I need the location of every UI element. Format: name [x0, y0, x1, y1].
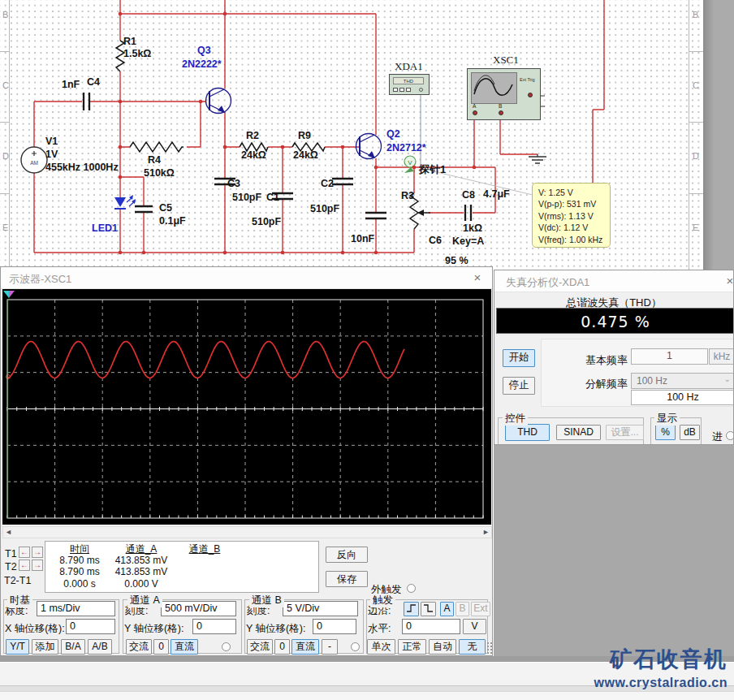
sinad-mode-button[interactable]: SINAD — [556, 425, 601, 440]
timebase-offset-input[interactable]: 0 — [66, 619, 115, 634]
label-probe[interactable]: 探针1 — [419, 162, 446, 177]
t1-right-button[interactable]: → — [32, 547, 43, 558]
t2-right-button[interactable]: → — [32, 560, 43, 571]
cursor2-marker-icon[interactable] — [9, 291, 15, 298]
dt-time: 0.000 s — [52, 578, 107, 590]
label-c1: C1 — [266, 192, 279, 203]
reverse-button[interactable]: 反向 — [326, 547, 368, 563]
led1-symbol[interactable] — [114, 195, 136, 209]
scroll-left-icon[interactable]: ◄ — [5, 528, 12, 536]
trigger-level-label: 水平: — [368, 622, 391, 636]
t1-left-button[interactable]: ← — [19, 547, 30, 558]
oscilloscope-titlebar[interactable]: 示波器-XSC1 × — [1, 267, 492, 289]
falling-edge-button[interactable] — [421, 602, 436, 616]
resistor-r4[interactable] — [130, 142, 184, 152]
channel-b-radio[interactable] — [351, 642, 360, 651]
channel-b-offset-input[interactable]: 0 — [313, 619, 356, 634]
key-r3: Key=A — [452, 235, 484, 247]
value-r4: 510kΩ — [144, 167, 175, 179]
start-button[interactable]: 开始 — [503, 349, 535, 367]
transistor-q2[interactable] — [356, 134, 382, 159]
channel-b-zero-button[interactable]: 0 — [274, 639, 290, 655]
cursor-t2-label: T2 — [5, 561, 17, 573]
trigger-source-a-button[interactable]: A — [440, 602, 454, 616]
analyzer-titlebar[interactable]: 失真分析仪-XDA1 × — [494, 270, 733, 292]
label-r4: R4 — [148, 154, 161, 166]
timebase-scale-input[interactable]: 1 ms/Div — [37, 601, 115, 616]
freq-v1: 455kHz 1000Hz — [45, 162, 119, 173]
value-c6: 10nF — [351, 233, 374, 244]
channel-b-scale-input[interactable]: 5 V/Div — [283, 601, 358, 616]
xsc1-channel-a-label: A — [473, 103, 476, 109]
value-c5: 0.1μF — [159, 215, 186, 227]
xda1-port — [399, 88, 404, 92]
resolution-value: 100 Hz — [637, 375, 667, 387]
model-q3: 2N2222* — [182, 58, 222, 70]
db-button[interactable]: dB — [680, 425, 700, 440]
scroll-right-icon[interactable]: ► — [482, 528, 490, 536]
ext-trigger-radio[interactable] — [407, 584, 416, 593]
capacitor-c6[interactable] — [365, 213, 386, 218]
channel-a-scale-input[interactable]: 500 mV/Div — [161, 601, 236, 616]
channel-a-dc-button[interactable]: 直流 — [171, 639, 198, 655]
trigger-single-button[interactable]: 单次 — [367, 639, 395, 655]
xsc1-channel-b-label: B — [499, 103, 502, 109]
multisim-workspace: B C D E B C D E — [0, 0, 734, 700]
oscilloscope-screen[interactable] — [2, 289, 491, 525]
trigger-none-button[interactable]: 无 — [459, 639, 486, 655]
t2-left-button[interactable]: ← — [19, 560, 30, 571]
close-icon[interactable]: × — [722, 273, 734, 289]
transistor-q3[interactable] — [206, 89, 231, 114]
percent-button[interactable]: % — [655, 425, 676, 440]
label-c4: C4 — [87, 76, 100, 88]
save-button[interactable]: 保存 — [326, 571, 368, 587]
channel-a-title: 通道 A — [127, 594, 162, 607]
channel-b-ac-button[interactable]: 交流 — [247, 639, 273, 655]
scope-scrollbar[interactable]: ◄ ► — [2, 526, 492, 538]
settings-button[interactable]: 设置... — [606, 425, 644, 440]
fundamental-input[interactable]: 1 — [631, 348, 708, 365]
channel-a-offset-input[interactable]: 0 — [192, 619, 236, 634]
trigger-level-unit[interactable]: V — [463, 619, 486, 634]
stop-button[interactable]: 停止 — [503, 377, 535, 395]
mode-ab-button[interactable]: A/B — [88, 639, 112, 655]
capacitor-c2[interactable] — [332, 179, 353, 184]
channel-a-radio[interactable] — [222, 642, 231, 651]
value-v1: 1V — [45, 149, 58, 160]
label-c5: C5 — [159, 202, 172, 214]
channel-b-title: 通道 B — [249, 594, 284, 607]
thd-readout: 0.475 % — [496, 308, 734, 334]
more-radio[interactable] — [726, 431, 734, 440]
trigger-source-ext-button[interactable]: Ext — [471, 602, 490, 616]
source-v1[interactable]: AM — [21, 147, 47, 173]
channel-a-ac-button[interactable]: 交流 — [126, 639, 152, 655]
channel-a-zero-button[interactable]: 0 — [153, 639, 169, 655]
trigger-normal-button[interactable]: 正常 — [398, 639, 426, 655]
capacitor-c5[interactable] — [135, 206, 153, 212]
probe-vpp: V(p-p): 531 mV — [538, 198, 610, 210]
wires — [34, 0, 604, 253]
cursor1-marker-icon[interactable] — [3, 291, 9, 298]
thd-mode-button[interactable]: THD — [505, 424, 550, 441]
channel-b-dc-button[interactable]: 直流 — [291, 639, 319, 655]
display-title: 显示 — [654, 412, 680, 426]
trigger-level-input[interactable]: 0 — [402, 619, 460, 634]
close-icon[interactable]: × — [469, 270, 486, 286]
trigger-source-b-button[interactable]: B — [456, 602, 469, 616]
distortion-analyzer-icon[interactable]: THD — [389, 74, 430, 95]
mode-add-button[interactable]: 添加 — [32, 639, 58, 655]
resize-grip[interactable] — [486, 642, 492, 655]
chevron-down-icon: ⌄ — [724, 374, 731, 383]
rising-edge-button[interactable] — [404, 602, 419, 616]
trigger-auto-button[interactable]: 自动 — [429, 639, 456, 655]
oscilloscope-window: 示波器-XSC1 × ◄ ► T1 ← → T2 ← → T2-T1 时间 通道… — [0, 266, 493, 656]
mode-ba-button[interactable]: B/A — [61, 639, 85, 655]
channel-b-minus-button[interactable]: - — [322, 639, 338, 655]
capacitor-c4[interactable] — [84, 93, 89, 110]
xda1-screen-text: THD — [393, 77, 424, 84]
xda1-port — [406, 88, 411, 92]
oscilloscope-icon[interactable]: Ext Trig A B — [467, 68, 541, 120]
mode-yt-button[interactable]: Y/T — [6, 639, 29, 655]
capacitor-c8[interactable] — [465, 205, 471, 221]
resolution-dropdown[interactable]: 100 Hz ⌄ — [631, 373, 734, 389]
